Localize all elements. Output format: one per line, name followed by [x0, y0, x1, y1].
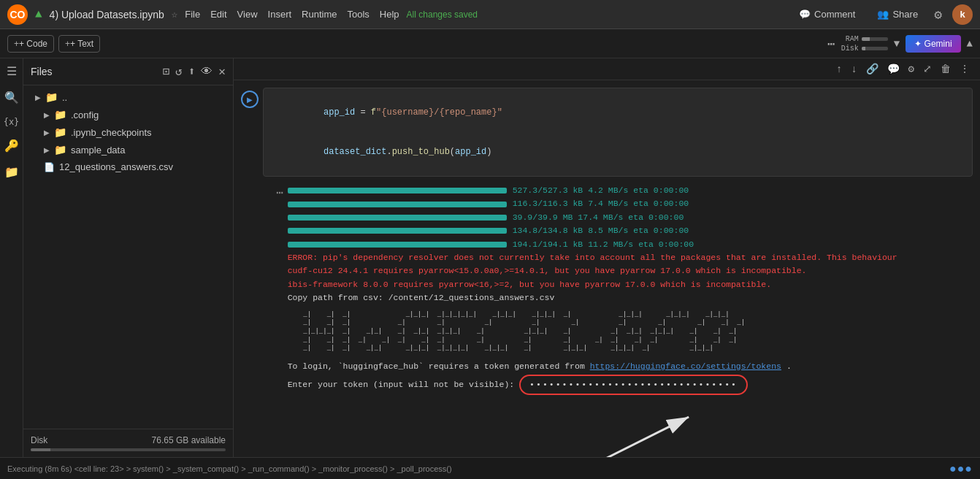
- more-options-icon[interactable]: ⋮: [957, 61, 973, 77]
- comment-icon[interactable]: 💬: [884, 61, 903, 77]
- user-avatar[interactable]: k: [952, 4, 973, 25]
- menu-file[interactable]: File: [185, 9, 200, 20]
- share-button[interactable]: 👥 Share: [871, 6, 924, 23]
- disk-label: Disk: [31, 435, 47, 445]
- menu-help[interactable]: Help: [380, 9, 399, 20]
- chevron-right-icon: ▶: [35, 93, 41, 101]
- run-cell-button[interactable]: ▶: [241, 91, 259, 108]
- upload-icon[interactable]: ⬆: [188, 64, 196, 79]
- chevron-down-icon[interactable]: ▼: [894, 38, 900, 50]
- plus-code-icon: +: [14, 39, 19, 49]
- comment-button[interactable]: 💬 Comment: [793, 6, 861, 23]
- ascii-line-3: _|_|_|_| _| _|_| _| _|_| _|_|_| _| _|_|_…: [288, 328, 973, 337]
- code-line-1: app_id = f"{username}/{repo_name}": [271, 93, 965, 132]
- file-name: .config: [71, 110, 99, 120]
- fullscreen-icon[interactable]: ⤢: [920, 61, 935, 77]
- sidebar-file-list: ▶ 📁 .. ▶ 📁 .config ▶ 📁 .ipynb_check: [23, 85, 233, 429]
- star-icon[interactable]: ☆: [172, 8, 177, 20]
- list-item[interactable]: ▶ 📁 sample_data: [23, 141, 233, 158]
- ascii-art-block: _| _| _| _|_|_| _|_|_|_|_| _|_|_| _|_|_|…: [288, 311, 973, 353]
- plus-text-icon: +: [65, 39, 70, 49]
- saved-status: All changes saved: [407, 9, 478, 20]
- refresh-icon[interactable]: ↺: [175, 64, 183, 79]
- error-line-3: ibis-framework 8.0.0 requires pyarrow<16…: [288, 278, 973, 291]
- sidebar: ☰ 🔍 {x} 🔑 📁 Files ⊡ ↺ ⬆ 👁 ✕: [0, 58, 234, 457]
- sidebar-icon-variables[interactable]: {x}: [4, 117, 20, 127]
- add-code-button[interactable]: + + Code: [7, 35, 54, 53]
- file-name: 12_questions_answers.csv: [59, 161, 173, 172]
- login-text: To login, `huggingface_hub` requires a t…: [288, 361, 585, 371]
- statusbar-right: ●●●: [949, 462, 973, 475]
- close-sidebar-icon[interactable]: ✕: [218, 64, 226, 79]
- list-item[interactable]: ▶ 📁 ..: [23, 88, 233, 106]
- disk-bar: [862, 47, 888, 50]
- sidebar-icon-menu[interactable]: ☰: [7, 64, 17, 79]
- menu-edit[interactable]: Edit: [210, 9, 226, 20]
- folder-icon: 📁: [54, 126, 66, 138]
- progress-bar-3: [288, 215, 507, 221]
- list-item[interactable]: ▶ 📁 .ipynb_checkpoints: [23, 123, 233, 141]
- menu-view[interactable]: View: [237, 9, 258, 20]
- colab-logo: CO: [7, 4, 28, 25]
- move-down-icon[interactable]: ↓: [848, 62, 860, 77]
- new-folder-icon[interactable]: ⊡: [162, 64, 169, 79]
- topbar-right: 💬 Comment 👥 Share ⚙ k: [793, 4, 973, 25]
- progress-row-5: 194.1/194.1 kB 11.2 MB/s eta 0:00:00: [288, 238, 973, 251]
- notebook: ↑ ↓ 🔗 💬 ⚙ ⤢ 🗑 ⋮ ▶ app_id = f"{username}/…: [234, 58, 980, 457]
- menu-bar: File Edit View Insert Runtime Tools Help: [185, 9, 399, 20]
- menu-tools[interactable]: Tools: [348, 9, 370, 20]
- topbar: CO ▲ 4) Upload Datasets.ipynb ☆ File Edi…: [0, 0, 980, 29]
- chevron-right-icon: ▶: [44, 146, 50, 154]
- status-dots: ●●●: [949, 462, 973, 475]
- chevron-right-icon: ▶: [44, 111, 50, 119]
- disk-available: 76.65 GB available: [152, 435, 226, 445]
- progress-bar-2: [288, 202, 507, 207]
- progress-text-2: 116.3/116.3 kB 7.4 MB/s eta 0:00:00: [513, 197, 689, 210]
- eye-icon[interactable]: 👁: [201, 65, 213, 79]
- comment-icon: 💬: [799, 9, 811, 20]
- progress-row-1: 527.3/527.3 kB 4.2 MB/s eta 0:00:00: [288, 184, 973, 197]
- file-name: ..: [62, 92, 67, 103]
- notebook-title[interactable]: 4) Upload Datasets.ipynb: [50, 9, 164, 20]
- annotation-arrow: [288, 395, 973, 457]
- progress-text-1: 527.3/527.3 kB 4.2 MB/s eta 0:00:00: [513, 184, 689, 197]
- chevron-up-icon[interactable]: ▲: [967, 38, 973, 50]
- comment-label: Comment: [814, 9, 855, 20]
- ascii-line-1: _| _| _| _|_|_| _|_|_|_|_| _|_|_| _|_|_|…: [288, 311, 973, 320]
- folder-icon: 📁: [54, 109, 66, 120]
- sidebar-title: Files: [31, 66, 156, 77]
- huggingface-link[interactable]: https://huggingface.co/settings/tokens: [590, 361, 781, 371]
- gemini-button[interactable]: ✦ Gemini: [906, 35, 960, 53]
- list-item[interactable]: 📄 12_questions_answers.csv: [23, 158, 233, 175]
- link-icon[interactable]: 🔗: [863, 61, 881, 77]
- chevron-right-icon: ▶: [44, 129, 50, 137]
- cell-code-content[interactable]: app_id = f"{username}/{repo_name}" datas…: [263, 88, 973, 177]
- output-dots-menu[interactable]: ⋯: [272, 184, 288, 202]
- progress-row-2: 116.3/116.3 kB 7.4 MB/s eta 0:00:00: [288, 197, 973, 210]
- execution-status: Executing (8m 6s) <cell line: 23> > syst…: [7, 464, 452, 473]
- copy-path-line: Copy path from csv: /content/12_question…: [288, 291, 973, 304]
- login-text2: .: [786, 361, 792, 371]
- more-icon[interactable]: ⋯: [827, 36, 835, 52]
- sidebar-icon-secrets[interactable]: 🔑: [4, 139, 19, 153]
- arrow-annotation: [288, 395, 973, 457]
- code-var: app_id: [324, 107, 355, 118]
- ram-label: RAM: [846, 35, 859, 43]
- sidebar-header: Files ⊡ ↺ ⬆ 👁 ✕: [23, 58, 233, 85]
- login-prompt: To login, `huggingface_hub` requires a t…: [288, 359, 973, 375]
- sidebar-icon-files[interactable]: 📁: [4, 165, 19, 180]
- menu-insert[interactable]: Insert: [268, 9, 292, 20]
- list-item[interactable]: ▶ 📁 .config: [23, 106, 233, 123]
- settings-icon[interactable]: ⚙: [934, 7, 942, 23]
- settings-icon[interactable]: ⚙: [906, 61, 917, 77]
- move-up-icon[interactable]: ↑: [833, 62, 845, 77]
- disk-usage-bar: [31, 448, 226, 451]
- disk-bar-fill: [31, 448, 50, 451]
- token-input-field[interactable]: ••••••••••••••••••••••••••••••••: [519, 375, 748, 396]
- progress-bar-5: [288, 242, 507, 248]
- delete-icon[interactable]: 🗑: [938, 62, 954, 77]
- add-text-button[interactable]: + + Text: [58, 35, 100, 53]
- share-icon: 👥: [877, 9, 889, 20]
- menu-runtime[interactable]: Runtime: [302, 9, 337, 20]
- sidebar-icon-search[interactable]: 🔍: [4, 91, 19, 105]
